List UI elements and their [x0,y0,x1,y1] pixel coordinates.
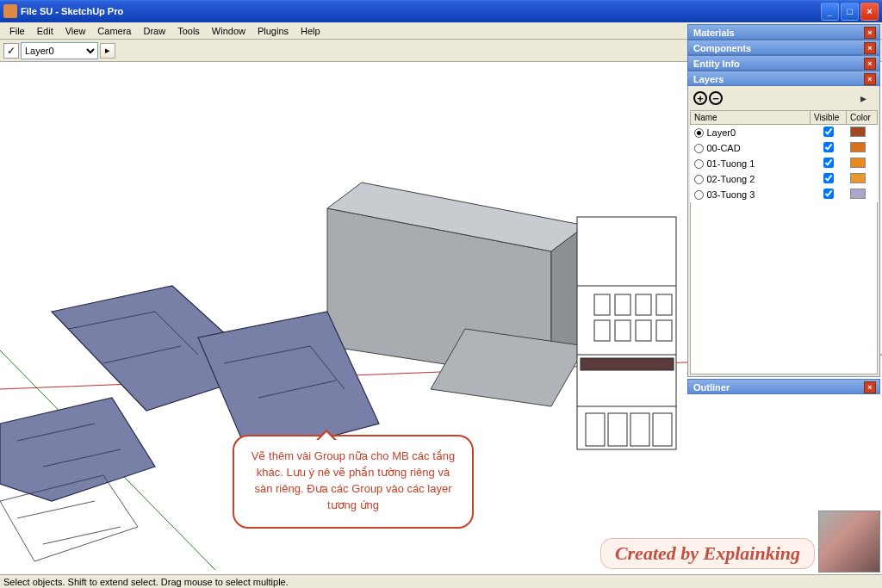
remove-layer-button[interactable]: − [709,91,723,105]
menu-camera[interactable]: Camera [91,24,137,38]
layers-panel-body: + − ▸ Name Visible Color Layer000-CAD01-… [687,86,880,377]
app-icon [3,4,17,18]
panel-outliner-label: Outliner [693,382,730,393]
panel-entityinfo-label: Entity Info [693,59,740,69]
layer-color-swatch[interactable] [850,127,866,137]
svg-rect-16 [636,320,651,341]
add-layer-button[interactable]: + [693,91,707,105]
svg-marker-23 [0,398,155,501]
panel-outliner[interactable]: Outliner × [687,379,880,394]
layer-name: 00-CAD [707,143,741,153]
layers-table: Name Visible Color Layer000-CAD01-Tuong … [690,110,878,202]
layer-visible-toggle[interactable]: ✓ [3,43,19,59]
layer-arrow-button[interactable]: ▸ [100,43,115,59]
layer-visible-checkbox[interactable] [823,158,834,168]
menu-file[interactable]: File [3,24,31,38]
layer-name: 01-Tuong 1 [707,158,755,169]
panel-components-label: Components [693,43,751,53]
close-icon[interactable]: × [864,73,876,85]
col-color[interactable]: Color [847,111,878,125]
side-panels: Materials × Components × Entity Info × L… [687,24,880,394]
svg-rect-20 [608,413,627,446]
layer-name: 03-Tuong 3 [707,189,755,200]
watermark: Created by Explainking [600,538,815,569]
close-button[interactable]: × [860,3,879,21]
close-icon[interactable]: × [864,27,876,39]
menu-view[interactable]: View [59,24,92,38]
panel-components[interactable]: Components × [687,40,880,55]
window-buttons: _ □ × [821,3,879,21]
svg-rect-21 [630,413,649,446]
col-visible[interactable]: Visible [811,111,847,125]
layer-select[interactable]: Layer0 [21,42,98,59]
layer-visible-checkbox[interactable] [823,173,834,183]
layer-visible-checkbox[interactable] [823,127,834,137]
layer-visible-checkbox[interactable] [823,142,834,152]
panel-entity-info[interactable]: Entity Info × [687,55,880,71]
layer-radio[interactable] [694,159,704,169]
panel-layers[interactable]: Layers × [687,71,880,86]
svg-rect-15 [615,320,630,341]
layer-radio[interactable] [694,128,704,138]
layers-toolbar: + − ▸ [690,90,878,110]
svg-rect-12 [636,294,651,315]
close-icon[interactable]: × [864,381,876,393]
menu-plugins[interactable]: Plugins [252,24,295,38]
svg-rect-10 [594,294,610,315]
layer-row[interactable]: 01-Tuong 1 [691,156,878,171]
layer-visible-checkbox[interactable] [823,189,834,199]
svg-rect-14 [594,320,610,341]
layer-name: 02-Tuong 2 [707,174,755,184]
avatar [818,511,880,573]
layers-menu-button[interactable]: ▸ [860,91,874,105]
layer-color-swatch[interactable] [850,158,866,168]
col-name[interactable]: Name [691,111,811,125]
layer-row[interactable]: Layer0 [691,125,878,141]
layer-row[interactable]: 03-Tuong 3 [691,187,878,202]
maximize-button[interactable]: □ [841,3,859,21]
layer-name: Layer0 [707,127,736,138]
svg-rect-11 [615,294,630,315]
layer-radio[interactable] [694,190,704,200]
close-icon[interactable]: × [864,58,876,70]
panel-layers-label: Layers [693,74,724,84]
layers-empty-area [690,202,878,374]
svg-rect-17 [656,320,672,341]
menu-edit[interactable]: Edit [31,24,59,38]
status-text: Select objects. Shift to extend select. … [3,577,289,587]
menu-window[interactable]: Window [206,24,252,38]
menu-help[interactable]: Help [295,24,326,38]
minimize-button[interactable]: _ [821,3,839,21]
svg-rect-18 [581,358,674,370]
svg-rect-13 [656,294,672,315]
layer-color-swatch[interactable] [850,142,866,152]
layer-radio[interactable] [694,175,704,184]
close-icon[interactable]: × [864,42,876,54]
svg-rect-19 [586,413,605,446]
layer-radio[interactable] [694,144,704,153]
panel-materials-label: Materials [693,28,735,38]
panel-materials[interactable]: Materials × [687,24,880,40]
menu-tools[interactable]: Tools [171,24,206,38]
menu-draw[interactable]: Draw [137,24,171,38]
window-title: File SU - SketchUp Pro [21,6,821,16]
title-bar: File SU - SketchUp Pro _ □ × [0,0,882,22]
svg-rect-22 [653,413,672,446]
layer-color-swatch[interactable] [850,189,866,199]
layer-row[interactable]: 02-Tuong 2 [691,171,878,187]
layer-color-swatch[interactable] [850,173,866,183]
layer-row[interactable]: 00-CAD [691,140,878,156]
annotation-bubble: Vẽ thêm vài Group nữa cho MB các tầng kh… [233,435,474,529]
status-bar: Select objects. Shift to extend select. … [0,574,882,588]
